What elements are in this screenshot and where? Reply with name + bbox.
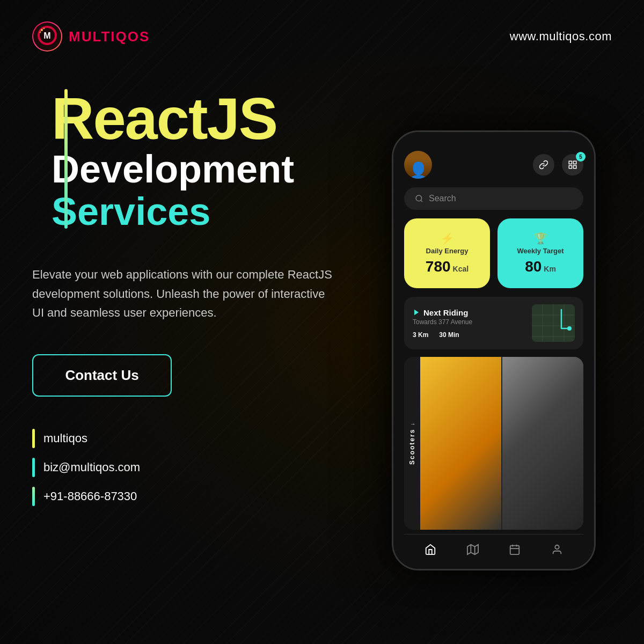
phone-header: 5	[404, 151, 583, 179]
svg-point-23	[420, 436, 425, 462]
phone-mockup: 5 Search	[392, 130, 596, 570]
svg-point-21	[420, 400, 501, 487]
energy-unit: Kcal	[453, 265, 469, 273]
svg-point-29	[573, 473, 583, 499]
svg-point-37	[555, 545, 559, 549]
svg-point-4	[43, 27, 45, 29]
phone-notch	[462, 132, 526, 147]
mini-map	[532, 304, 575, 342]
contact-phone-text: +91-88666-87330	[43, 489, 137, 503]
headline-services: Services	[52, 191, 343, 233]
nav-home-icon[interactable]	[422, 541, 439, 558]
riding-title: Next Riding	[413, 308, 526, 317]
contact-email: biz@multiqos.com	[32, 458, 343, 477]
target-label: Weekly Target	[517, 247, 564, 255]
svg-marker-11	[414, 310, 419, 316]
energy-label: Daily Energy	[426, 247, 469, 255]
nav-calendar-icon[interactable]	[506, 541, 523, 558]
daily-energy-card: ⚡ Daily Energy 780 Kcal	[404, 218, 490, 288]
riding-info: Next Riding Towards 377 Avenue 3 Km 30 M…	[413, 308, 526, 339]
website-url: www.multiqos.com	[510, 30, 612, 43]
nav-map-icon[interactable]	[464, 541, 481, 558]
main-content: ReactJS Development Services Elevate you…	[0, 62, 644, 644]
next-riding-card: Next Riding Towards 377 Avenue 3 Km 30 M…	[404, 297, 583, 349]
play-icon	[413, 309, 420, 316]
svg-point-10	[416, 195, 422, 201]
scooter-image-2	[502, 357, 583, 530]
headline-development: Development	[52, 148, 343, 191]
svg-rect-7	[574, 161, 576, 164]
svg-rect-20	[420, 357, 501, 530]
target-unit: Km	[544, 265, 556, 273]
right-side: 5 Search	[376, 73, 612, 623]
notification-badge: 5	[576, 152, 586, 162]
svg-rect-22	[420, 422, 501, 476]
svg-rect-6	[569, 161, 572, 164]
contact-email-text: biz@multiqos.com	[43, 460, 140, 474]
riding-subtitle: Towards 377 Avenue	[413, 318, 526, 326]
search-placeholder-text: Search	[429, 194, 456, 203]
description-text: Elevate your web applications with our c…	[32, 265, 333, 322]
scooters-label: Scooters ↓	[404, 357, 420, 530]
headline-reactjs: ReactJS	[52, 89, 343, 148]
logo-text: MULTIQOS	[69, 28, 150, 45]
header: M MULTIQOS www.multiqos.com	[0, 0, 644, 62]
logo-icon: M	[32, 21, 62, 52]
contact-bar-gradient	[32, 487, 35, 506]
weekly-target-card: 🏆 Weekly Target 80 Km	[497, 218, 583, 288]
logo-name-suffix: QOS	[116, 28, 150, 45]
avatar	[404, 151, 432, 179]
svg-text:M: M	[43, 31, 50, 40]
svg-rect-25	[502, 357, 583, 530]
energy-icon: ⚡	[441, 232, 454, 245]
contact-username-text: multiqos	[43, 431, 87, 445]
contact-username: multiqos	[32, 429, 343, 448]
trophy-icon: 🏆	[534, 232, 547, 245]
logo-letter: M	[38, 26, 57, 48]
logo-area: M MULTIQOS	[32, 21, 150, 52]
logo-name-prefix: MULTI	[69, 28, 116, 45]
svg-point-5	[40, 31, 41, 33]
nav-profile-icon[interactable]	[548, 541, 566, 558]
riding-stats: 3 Km 30 Min	[413, 331, 526, 339]
target-value: 80	[525, 258, 541, 275]
svg-point-19	[567, 326, 572, 331]
contact-bar-yellow	[32, 429, 35, 448]
svg-rect-33	[510, 546, 519, 554]
scooter-image-1	[420, 357, 501, 530]
left-side: ReactJS Development Services Elevate you…	[32, 73, 343, 623]
contact-info: multiqos biz@multiqos.com +91-88666-8733…	[32, 429, 343, 506]
link-icon-button[interactable]	[533, 154, 554, 175]
phone-search-bar[interactable]: Search	[404, 187, 583, 210]
headline-group: ReactJS Development Services	[32, 89, 343, 233]
scooters-section: Scooters ↓	[404, 357, 583, 530]
svg-rect-8	[569, 166, 572, 169]
contact-phone: +91-88666-87330	[32, 487, 343, 506]
svg-rect-26	[502, 400, 583, 433]
contact-bar-cyan	[32, 458, 35, 477]
svg-rect-9	[574, 166, 576, 169]
riding-distance: 3 Km	[413, 331, 428, 339]
svg-point-3	[41, 29, 43, 31]
phone-bottom-nav	[404, 534, 583, 561]
accent-bar	[64, 89, 68, 229]
riding-time: 30 Min	[439, 331, 459, 339]
contact-us-button[interactable]: Contact Us	[32, 354, 172, 397]
search-icon	[415, 194, 423, 203]
scan-icon-button[interactable]: 5	[562, 154, 583, 175]
svg-marker-30	[467, 545, 478, 554]
stats-row: ⚡ Daily Energy 780 Kcal 🏆 Weekly Target	[404, 218, 583, 288]
phone-inner: 5 Search	[393, 132, 594, 569]
phone-icons: 5	[533, 154, 583, 175]
scooter-images	[420, 357, 583, 530]
energy-value: 780	[426, 258, 451, 275]
